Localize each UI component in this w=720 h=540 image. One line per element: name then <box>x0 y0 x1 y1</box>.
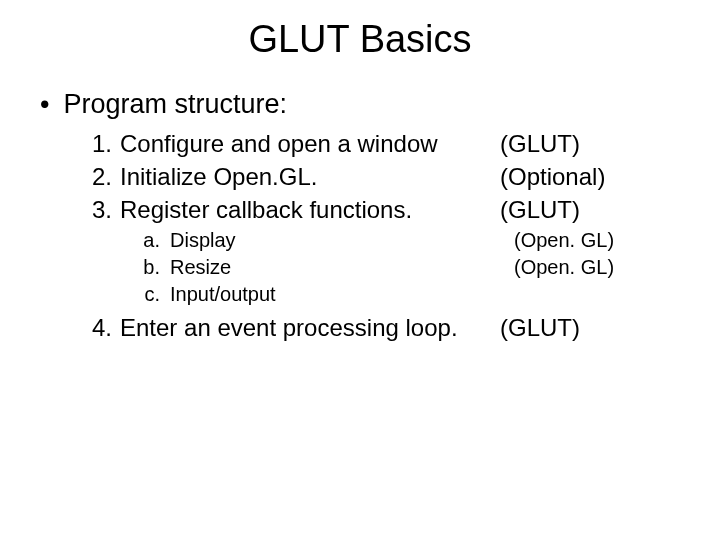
list-item: 2. Initialize Open.GL. (Optional) <box>84 163 684 191</box>
item-note: (GLUT) <box>500 130 580 158</box>
list-item: b. Resize (Open. GL) <box>136 256 684 279</box>
bullet-text: Program structure: <box>63 89 287 120</box>
bullet-main: • Program structure: <box>36 89 684 120</box>
item-note: (Optional) <box>500 163 605 191</box>
list-item: 4. Enter an event processing loop. (GLUT… <box>84 314 684 342</box>
subitem-letter: c. <box>136 283 160 306</box>
subitem-text: Display <box>170 229 510 252</box>
item-text: Enter an event processing loop. <box>120 314 500 342</box>
item-text: Initialize Open.GL. <box>120 163 500 191</box>
bullet-dot-icon: • <box>40 91 49 118</box>
item-number: 3. <box>84 196 112 224</box>
slide-title: GLUT Basics <box>36 18 684 61</box>
list-item: a. Display (Open. GL) <box>136 229 684 252</box>
subitem-text: Input/output <box>170 283 510 306</box>
item-number: 4. <box>84 314 112 342</box>
item-note: (GLUT) <box>500 314 580 342</box>
item-text: Configure and open a window <box>120 130 500 158</box>
list-item: c. Input/output <box>136 283 684 306</box>
item-text: Register callback functions. <box>120 196 500 224</box>
slide: GLUT Basics • Program structure: 1. Conf… <box>0 0 720 342</box>
item-number: 2. <box>84 163 112 191</box>
list-item: 3. Register callback functions. (GLUT) <box>84 196 684 224</box>
subitem-note: (Open. GL) <box>514 229 614 252</box>
subitem-text: Resize <box>170 256 510 279</box>
numbered-list: 1. Configure and open a window (GLUT) 2.… <box>84 130 684 342</box>
subitem-letter: b. <box>136 256 160 279</box>
item-number: 1. <box>84 130 112 158</box>
item-note: (GLUT) <box>500 196 580 224</box>
subitem-note: (Open. GL) <box>514 256 614 279</box>
list-item: 1. Configure and open a window (GLUT) <box>84 130 684 158</box>
sub-list: a. Display (Open. GL) b. Resize (Open. G… <box>136 229 684 306</box>
subitem-letter: a. <box>136 229 160 252</box>
